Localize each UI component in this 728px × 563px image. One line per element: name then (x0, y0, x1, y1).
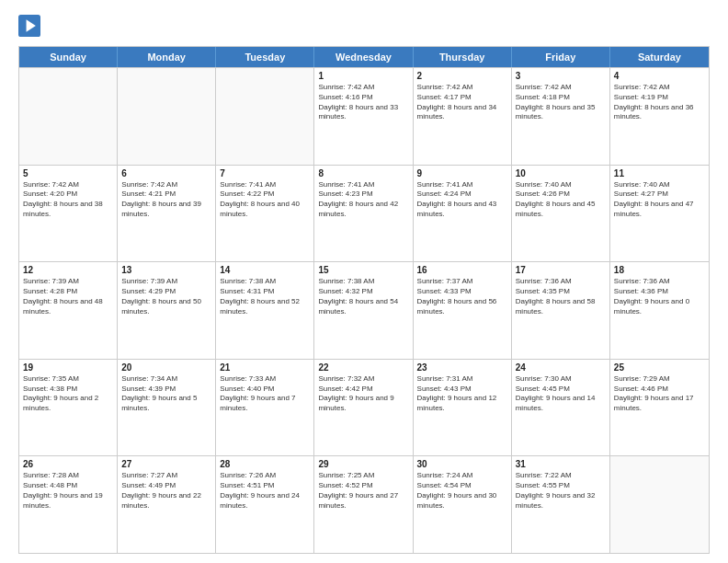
cal-cell: 4Sunrise: 7:42 AMSunset: 4:19 PMDaylight… (610, 68, 709, 165)
day-number: 8 (318, 168, 408, 178)
cell-info: Sunrise: 7:37 AMSunset: 4:33 PMDaylight:… (417, 277, 507, 316)
cal-cell: 8Sunrise: 7:41 AMSunset: 4:23 PMDaylight… (314, 166, 413, 262)
day-number: 10 (516, 168, 606, 178)
day-number: 5 (23, 168, 113, 178)
cal-cell: 24Sunrise: 7:30 AMSunset: 4:45 PMDayligh… (512, 360, 610, 456)
day-number: 22 (318, 362, 408, 373)
cell-info: Sunrise: 7:41 AMSunset: 4:23 PMDaylight:… (318, 180, 408, 220)
cell-info: Sunrise: 7:41 AMSunset: 4:24 PMDaylight:… (417, 180, 507, 220)
cal-cell: 29Sunrise: 7:25 AMSunset: 4:52 PMDayligh… (314, 456, 413, 553)
calendar-header-row: SundayMondayTuesdayWednesdayThursdayFrid… (19, 47, 709, 67)
header-day-tuesday: Tuesday (216, 47, 314, 67)
logo-icon (18, 15, 40, 37)
cell-info: Sunrise: 7:24 AMSunset: 4:54 PMDaylight:… (417, 471, 507, 511)
cell-info: Sunrise: 7:42 AMSunset: 4:19 PMDaylight:… (614, 83, 705, 122)
cal-cell: 11Sunrise: 7:40 AMSunset: 4:27 PMDayligh… (610, 166, 709, 262)
cell-info: Sunrise: 7:38 AMSunset: 4:32 PMDaylight:… (318, 277, 408, 316)
day-number: 1 (318, 71, 408, 81)
cal-cell: 18Sunrise: 7:36 AMSunset: 4:36 PMDayligh… (610, 262, 709, 359)
cell-info: Sunrise: 7:33 AMSunset: 4:40 PMDaylight:… (220, 374, 310, 414)
cal-cell: 7Sunrise: 7:41 AMSunset: 4:22 PMDaylight… (216, 166, 314, 262)
cal-cell: 30Sunrise: 7:24 AMSunset: 4:54 PMDayligh… (414, 456, 512, 553)
day-number: 16 (417, 265, 507, 275)
cal-cell: 5Sunrise: 7:42 AMSunset: 4:20 PMDaylight… (19, 166, 118, 262)
cal-cell: 1Sunrise: 7:42 AMSunset: 4:16 PMDaylight… (314, 68, 413, 165)
cal-cell: 6Sunrise: 7:42 AMSunset: 4:21 PMDaylight… (118, 166, 216, 262)
cal-week-5: 26Sunrise: 7:28 AMSunset: 4:48 PMDayligh… (19, 455, 709, 553)
day-number: 24 (516, 362, 606, 373)
day-number: 30 (417, 459, 507, 469)
day-number: 9 (417, 168, 507, 178)
day-number: 27 (121, 459, 211, 469)
cal-cell: 16Sunrise: 7:37 AMSunset: 4:33 PMDayligh… (414, 262, 512, 359)
cell-info: Sunrise: 7:31 AMSunset: 4:43 PMDaylight:… (417, 374, 507, 414)
cell-info: Sunrise: 7:40 AMSunset: 4:27 PMDaylight:… (614, 180, 705, 220)
cal-cell: 15Sunrise: 7:38 AMSunset: 4:32 PMDayligh… (314, 262, 413, 359)
cal-cell: 3Sunrise: 7:42 AMSunset: 4:18 PMDaylight… (512, 68, 610, 165)
header (18, 15, 710, 37)
cell-info: Sunrise: 7:30 AMSunset: 4:45 PMDaylight:… (516, 374, 606, 414)
cell-info: Sunrise: 7:39 AMSunset: 4:29 PMDaylight:… (121, 277, 211, 316)
cell-info: Sunrise: 7:40 AMSunset: 4:26 PMDaylight:… (516, 180, 606, 220)
calendar: SundayMondayTuesdayWednesdayThursdayFrid… (18, 46, 710, 554)
cal-cell: 10Sunrise: 7:40 AMSunset: 4:26 PMDayligh… (512, 166, 610, 262)
day-number: 17 (516, 265, 606, 275)
cell-info: Sunrise: 7:42 AMSunset: 4:18 PMDaylight:… (516, 83, 606, 122)
cal-week-2: 5Sunrise: 7:42 AMSunset: 4:20 PMDaylight… (19, 165, 709, 262)
cell-info: Sunrise: 7:25 AMSunset: 4:52 PMDaylight:… (318, 471, 408, 511)
day-number: 26 (23, 459, 113, 469)
header-day-friday: Friday (512, 47, 610, 67)
day-number: 23 (417, 362, 507, 373)
day-number: 6 (121, 168, 211, 178)
cal-cell: 31Sunrise: 7:22 AMSunset: 4:55 PMDayligh… (512, 456, 610, 553)
day-number: 15 (318, 265, 408, 275)
day-number: 18 (614, 265, 705, 275)
calendar-body: 1Sunrise: 7:42 AMSunset: 4:16 PMDaylight… (19, 67, 709, 553)
day-number: 12 (23, 265, 113, 275)
day-number: 7 (220, 168, 310, 178)
day-number: 21 (220, 362, 310, 373)
day-number: 20 (121, 362, 211, 373)
cell-info: Sunrise: 7:35 AMSunset: 4:38 PMDaylight:… (23, 374, 113, 414)
day-number: 4 (614, 71, 705, 81)
cal-cell: 20Sunrise: 7:34 AMSunset: 4:39 PMDayligh… (118, 360, 216, 456)
cell-info: Sunrise: 7:39 AMSunset: 4:28 PMDaylight:… (23, 277, 113, 316)
cal-cell: 25Sunrise: 7:29 AMSunset: 4:46 PMDayligh… (610, 360, 709, 456)
cell-info: Sunrise: 7:27 AMSunset: 4:49 PMDaylight:… (121, 471, 211, 511)
cal-cell: 17Sunrise: 7:36 AMSunset: 4:35 PMDayligh… (512, 262, 610, 359)
logo (18, 15, 44, 37)
cal-cell: 27Sunrise: 7:27 AMSunset: 4:49 PMDayligh… (118, 456, 216, 553)
day-number: 2 (417, 71, 507, 81)
cal-cell: 12Sunrise: 7:39 AMSunset: 4:28 PMDayligh… (19, 262, 118, 359)
cal-cell: 22Sunrise: 7:32 AMSunset: 4:42 PMDayligh… (314, 360, 413, 456)
day-number: 14 (220, 265, 310, 275)
cell-info: Sunrise: 7:32 AMSunset: 4:42 PMDaylight:… (318, 374, 408, 414)
cal-cell (610, 456, 709, 553)
cell-info: Sunrise: 7:42 AMSunset: 4:17 PMDaylight:… (417, 83, 507, 122)
header-day-wednesday: Wednesday (314, 47, 413, 67)
cal-cell: 28Sunrise: 7:26 AMSunset: 4:51 PMDayligh… (216, 456, 314, 553)
cal-cell: 14Sunrise: 7:38 AMSunset: 4:31 PMDayligh… (216, 262, 314, 359)
day-number: 25 (614, 362, 705, 373)
day-number: 28 (220, 459, 310, 469)
day-number: 13 (121, 265, 211, 275)
cal-week-1: 1Sunrise: 7:42 AMSunset: 4:16 PMDaylight… (19, 67, 709, 165)
cal-week-4: 19Sunrise: 7:35 AMSunset: 4:38 PMDayligh… (19, 359, 709, 456)
cell-info: Sunrise: 7:42 AMSunset: 4:21 PMDaylight:… (121, 180, 211, 220)
header-day-monday: Monday (118, 47, 216, 67)
cal-cell (118, 68, 216, 165)
cal-cell: 13Sunrise: 7:39 AMSunset: 4:29 PMDayligh… (118, 262, 216, 359)
cell-info: Sunrise: 7:29 AMSunset: 4:46 PMDaylight:… (614, 374, 705, 414)
cal-cell (216, 68, 314, 165)
day-number: 3 (516, 71, 606, 81)
cal-cell: 2Sunrise: 7:42 AMSunset: 4:17 PMDaylight… (414, 68, 512, 165)
day-number: 19 (23, 362, 113, 373)
day-number: 31 (516, 459, 606, 469)
cal-cell: 9Sunrise: 7:41 AMSunset: 4:24 PMDaylight… (414, 166, 512, 262)
cell-info: Sunrise: 7:38 AMSunset: 4:31 PMDaylight:… (220, 277, 310, 316)
day-number: 29 (318, 459, 408, 469)
header-day-sunday: Sunday (19, 47, 118, 67)
header-day-thursday: Thursday (414, 47, 512, 67)
cell-info: Sunrise: 7:36 AMSunset: 4:36 PMDaylight:… (614, 277, 705, 316)
cal-cell: 21Sunrise: 7:33 AMSunset: 4:40 PMDayligh… (216, 360, 314, 456)
